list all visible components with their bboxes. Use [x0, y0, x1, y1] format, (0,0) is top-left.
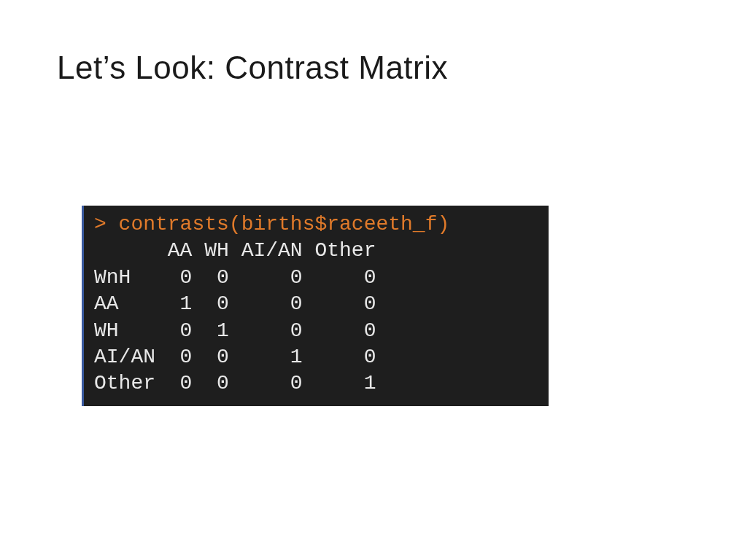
r-prompt-line: > contrasts(births$raceeth_f) [94, 211, 538, 238]
slide-title: Let’s Look: Contrast Matrix [57, 50, 448, 86]
matrix-row: Other 0 0 0 1 [94, 370, 538, 397]
matrix-row: WnH 0 0 0 0 [94, 265, 538, 291]
slide: Let’s Look: Contrast Matrix > contrasts(… [0, 0, 747, 560]
matrix-row: AA 1 0 0 0 [94, 291, 538, 317]
matrix-column-headers: AA WH AI/AN Other [94, 238, 538, 264]
r-console-output: > contrasts(births$raceeth_f) AA WH AI/A… [82, 206, 549, 406]
matrix-row: AI/AN 0 0 1 0 [94, 344, 538, 370]
matrix-row: WH 0 1 0 0 [94, 318, 538, 344]
